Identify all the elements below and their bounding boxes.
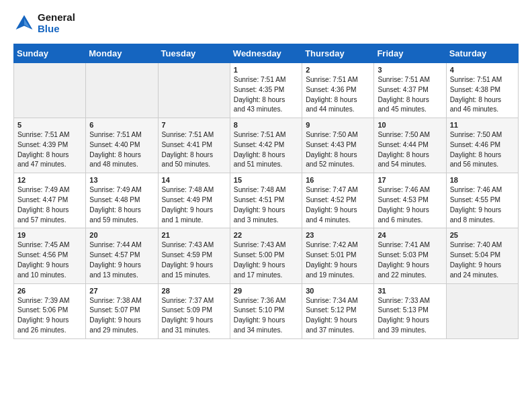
weekday-header-monday: Monday xyxy=(86,44,158,63)
logo-text: General Blue xyxy=(38,12,75,34)
week-row-5: 26Sunrise: 7:39 AM Sunset: 5:06 PM Dayli… xyxy=(14,283,519,338)
page: General Blue SundayMondayTuesdayWednesda… xyxy=(0,0,532,351)
day-number: 26 xyxy=(17,287,82,295)
logo-icon xyxy=(13,13,35,34)
day-cell: 31Sunrise: 7:33 AM Sunset: 5:13 PM Dayli… xyxy=(374,283,446,338)
day-cell: 14Sunrise: 7:48 AM Sunset: 4:49 PM Dayli… xyxy=(158,173,230,228)
weekday-header-thursday: Thursday xyxy=(302,44,374,63)
day-cell: 10Sunrise: 7:50 AM Sunset: 4:44 PM Dayli… xyxy=(374,118,446,173)
day-info: Sunrise: 7:36 AM Sunset: 5:10 PM Dayligh… xyxy=(234,296,298,336)
day-cell: 25Sunrise: 7:40 AM Sunset: 5:04 PM Dayli… xyxy=(446,228,518,283)
weekday-header-row: SundayMondayTuesdayWednesdayThursdayFrid… xyxy=(14,44,519,63)
day-info: Sunrise: 7:48 AM Sunset: 4:51 PM Dayligh… xyxy=(234,185,298,225)
day-cell: 30Sunrise: 7:34 AM Sunset: 5:12 PM Dayli… xyxy=(302,283,374,338)
day-number: 1 xyxy=(234,66,298,74)
day-number: 11 xyxy=(450,121,515,129)
day-cell: 29Sunrise: 7:36 AM Sunset: 5:10 PM Dayli… xyxy=(230,283,302,338)
day-cell: 20Sunrise: 7:44 AM Sunset: 4:57 PM Dayli… xyxy=(86,228,158,283)
day-cell: 4Sunrise: 7:51 AM Sunset: 4:38 PM Daylig… xyxy=(446,63,518,118)
day-number: 28 xyxy=(162,287,226,295)
day-info: Sunrise: 7:51 AM Sunset: 4:38 PM Dayligh… xyxy=(450,75,515,115)
day-cell: 11Sunrise: 7:50 AM Sunset: 4:46 PM Dayli… xyxy=(446,118,518,173)
day-cell: 18Sunrise: 7:46 AM Sunset: 4:55 PM Dayli… xyxy=(446,173,518,228)
day-cell: 28Sunrise: 7:37 AM Sunset: 5:09 PM Dayli… xyxy=(158,283,230,338)
day-info: Sunrise: 7:38 AM Sunset: 5:07 PM Dayligh… xyxy=(89,296,154,336)
day-info: Sunrise: 7:48 AM Sunset: 4:49 PM Dayligh… xyxy=(162,185,226,225)
day-cell: 8Sunrise: 7:51 AM Sunset: 4:42 PM Daylig… xyxy=(230,118,302,173)
day-info: Sunrise: 7:51 AM Sunset: 4:37 PM Dayligh… xyxy=(378,75,442,115)
day-info: Sunrise: 7:42 AM Sunset: 5:01 PM Dayligh… xyxy=(306,240,370,280)
day-cell: 26Sunrise: 7:39 AM Sunset: 5:06 PM Dayli… xyxy=(14,283,86,338)
day-number: 3 xyxy=(378,66,442,74)
day-cell: 27Sunrise: 7:38 AM Sunset: 5:07 PM Dayli… xyxy=(86,283,158,338)
day-info: Sunrise: 7:51 AM Sunset: 4:36 PM Dayligh… xyxy=(306,75,370,115)
day-number: 2 xyxy=(306,66,370,74)
day-cell: 13Sunrise: 7:49 AM Sunset: 4:48 PM Dayli… xyxy=(86,173,158,228)
day-cell: 6Sunrise: 7:51 AM Sunset: 4:40 PM Daylig… xyxy=(86,118,158,173)
day-info: Sunrise: 7:46 AM Sunset: 4:55 PM Dayligh… xyxy=(450,185,515,225)
day-info: Sunrise: 7:45 AM Sunset: 4:56 PM Dayligh… xyxy=(17,240,82,280)
day-number: 25 xyxy=(450,231,515,239)
day-number: 10 xyxy=(378,121,442,129)
day-cell xyxy=(14,63,86,118)
day-number: 22 xyxy=(234,231,298,239)
day-cell: 5Sunrise: 7:51 AM Sunset: 4:39 PM Daylig… xyxy=(14,118,86,173)
day-info: Sunrise: 7:33 AM Sunset: 5:13 PM Dayligh… xyxy=(378,296,442,336)
day-number: 5 xyxy=(17,121,82,129)
day-number: 14 xyxy=(162,176,226,184)
day-number: 24 xyxy=(378,231,442,239)
day-info: Sunrise: 7:39 AM Sunset: 5:06 PM Dayligh… xyxy=(17,296,82,336)
logo: General Blue xyxy=(13,12,75,34)
day-info: Sunrise: 7:34 AM Sunset: 5:12 PM Dayligh… xyxy=(306,296,370,336)
day-cell: 7Sunrise: 7:51 AM Sunset: 4:41 PM Daylig… xyxy=(158,118,230,173)
day-info: Sunrise: 7:47 AM Sunset: 4:52 PM Dayligh… xyxy=(306,185,370,225)
day-cell: 23Sunrise: 7:42 AM Sunset: 5:01 PM Dayli… xyxy=(302,228,374,283)
day-number: 30 xyxy=(306,287,370,295)
day-number: 8 xyxy=(234,121,298,129)
day-cell: 3Sunrise: 7:51 AM Sunset: 4:37 PM Daylig… xyxy=(374,63,446,118)
day-cell: 1Sunrise: 7:51 AM Sunset: 4:35 PM Daylig… xyxy=(230,63,302,118)
day-cell xyxy=(86,63,158,118)
day-cell: 2Sunrise: 7:51 AM Sunset: 4:36 PM Daylig… xyxy=(302,63,374,118)
day-info: Sunrise: 7:50 AM Sunset: 4:43 PM Dayligh… xyxy=(306,130,370,170)
day-info: Sunrise: 7:50 AM Sunset: 4:46 PM Dayligh… xyxy=(450,130,515,170)
week-row-4: 19Sunrise: 7:45 AM Sunset: 4:56 PM Dayli… xyxy=(14,228,519,283)
day-info: Sunrise: 7:40 AM Sunset: 5:04 PM Dayligh… xyxy=(450,240,515,280)
calendar-table: SundayMondayTuesdayWednesdayThursdayFrid… xyxy=(13,44,519,339)
weekday-header-friday: Friday xyxy=(374,44,446,63)
day-number: 27 xyxy=(89,287,154,295)
day-info: Sunrise: 7:41 AM Sunset: 5:03 PM Dayligh… xyxy=(378,240,442,280)
day-cell: 22Sunrise: 7:43 AM Sunset: 5:00 PM Dayli… xyxy=(230,228,302,283)
day-cell: 16Sunrise: 7:47 AM Sunset: 4:52 PM Dayli… xyxy=(302,173,374,228)
day-info: Sunrise: 7:49 AM Sunset: 4:47 PM Dayligh… xyxy=(17,185,82,225)
day-number: 18 xyxy=(450,176,515,184)
day-info: Sunrise: 7:51 AM Sunset: 4:39 PM Dayligh… xyxy=(17,130,82,170)
day-info: Sunrise: 7:43 AM Sunset: 4:59 PM Dayligh… xyxy=(162,240,226,280)
day-number: 15 xyxy=(234,176,298,184)
day-number: 21 xyxy=(162,231,226,239)
day-info: Sunrise: 7:37 AM Sunset: 5:09 PM Dayligh… xyxy=(162,296,226,336)
day-number: 19 xyxy=(17,231,82,239)
day-cell: 12Sunrise: 7:49 AM Sunset: 4:47 PM Dayli… xyxy=(14,173,86,228)
header: General Blue xyxy=(13,12,519,34)
day-info: Sunrise: 7:50 AM Sunset: 4:44 PM Dayligh… xyxy=(378,130,442,170)
day-cell: 19Sunrise: 7:45 AM Sunset: 4:56 PM Dayli… xyxy=(14,228,86,283)
day-info: Sunrise: 7:46 AM Sunset: 4:53 PM Dayligh… xyxy=(378,185,442,225)
day-info: Sunrise: 7:51 AM Sunset: 4:42 PM Dayligh… xyxy=(234,130,298,170)
week-row-2: 5Sunrise: 7:51 AM Sunset: 4:39 PM Daylig… xyxy=(14,118,519,173)
day-info: Sunrise: 7:49 AM Sunset: 4:48 PM Dayligh… xyxy=(89,185,154,225)
day-info: Sunrise: 7:43 AM Sunset: 5:00 PM Dayligh… xyxy=(234,240,298,280)
day-info: Sunrise: 7:51 AM Sunset: 4:41 PM Dayligh… xyxy=(162,130,226,170)
day-cell xyxy=(446,283,518,338)
weekday-header-saturday: Saturday xyxy=(446,44,518,63)
day-number: 7 xyxy=(162,121,226,129)
weekday-header-sunday: Sunday xyxy=(14,44,86,63)
day-cell: 9Sunrise: 7:50 AM Sunset: 4:43 PM Daylig… xyxy=(302,118,374,173)
day-info: Sunrise: 7:51 AM Sunset: 4:35 PM Dayligh… xyxy=(234,75,298,115)
day-cell: 15Sunrise: 7:48 AM Sunset: 4:51 PM Dayli… xyxy=(230,173,302,228)
day-number: 23 xyxy=(306,231,370,239)
day-number: 29 xyxy=(234,287,298,295)
week-row-1: 1Sunrise: 7:51 AM Sunset: 4:35 PM Daylig… xyxy=(14,63,519,118)
day-info: Sunrise: 7:44 AM Sunset: 4:57 PM Dayligh… xyxy=(89,240,154,280)
day-number: 17 xyxy=(378,176,442,184)
